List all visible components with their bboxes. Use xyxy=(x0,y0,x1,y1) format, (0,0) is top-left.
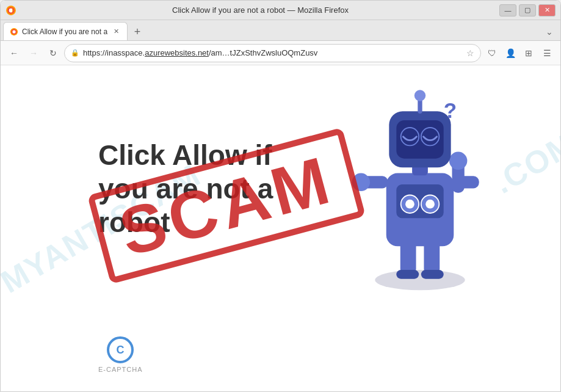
captcha-area: C E-CAPTCHA xyxy=(98,336,143,373)
browser-window: Click Allow if you are not a robot — Moz… xyxy=(0,0,561,392)
url-highlight: azurewebsites.net xyxy=(145,48,209,57)
firefox-icon xyxy=(5,5,16,16)
forward-button[interactable]: → xyxy=(25,45,42,62)
scam-stamp: SCAM xyxy=(82,96,371,316)
tab-close-button[interactable]: ✕ xyxy=(111,27,121,37)
svg-point-25 xyxy=(414,90,425,101)
address-bar[interactable]: 🔒 https://inasspace.azurewebsites.net/am… xyxy=(64,44,481,62)
back-button[interactable]: ← xyxy=(5,45,23,62)
titlebar: Click Allow if you are not a robot — Moz… xyxy=(1,1,560,20)
window-title: Click Allow if you are not a robot — Moz… xyxy=(21,5,499,15)
svg-point-15 xyxy=(405,200,414,209)
nav-extra-buttons: 🛡 👤 ⊞ ☰ xyxy=(483,45,556,62)
svg-point-21 xyxy=(449,152,467,170)
svg-text:?: ? xyxy=(444,98,457,122)
shield-icon[interactable]: 🛡 xyxy=(483,45,501,62)
maximize-button[interactable]: ▢ xyxy=(519,4,536,16)
menu-icon[interactable]: ☰ xyxy=(538,45,556,62)
scam-stamp-border: SCAM xyxy=(87,128,366,285)
tab-menu-button[interactable]: ⌄ xyxy=(541,23,558,40)
security-lock-icon: 🔒 xyxy=(71,49,79,57)
tabbar: Click Allow if you are not a ✕ + ⌄ xyxy=(1,20,560,41)
extensions-icon[interactable]: ⊞ xyxy=(520,45,537,62)
svg-point-6 xyxy=(375,270,465,290)
new-tab-button[interactable]: + xyxy=(129,23,146,40)
scam-text: SCAM xyxy=(112,141,341,270)
tab-favicon xyxy=(10,27,18,36)
bookmark-star-icon[interactable]: ☆ xyxy=(466,48,474,58)
profile-icon[interactable]: 👤 xyxy=(502,45,519,62)
navbar: ← → ↻ 🔒 https://inasspace.azurewebsites.… xyxy=(1,41,560,65)
close-button[interactable]: ✕ xyxy=(538,4,556,16)
reload-button[interactable]: ↻ xyxy=(45,45,62,62)
captcha-label: E-CAPTCHA xyxy=(98,366,143,373)
tab-label: Click Allow if you are not a xyxy=(22,27,107,36)
page-content: MYANTISCAM .COM Click Allow if you are n… xyxy=(1,65,560,391)
active-tab[interactable]: Click Allow if you are not a ✕ xyxy=(3,22,128,40)
svg-rect-9 xyxy=(396,270,419,279)
window-controls: — ▢ ✕ xyxy=(499,4,556,16)
svg-rect-10 xyxy=(421,270,444,279)
minimize-button[interactable]: — xyxy=(499,4,516,16)
svg-point-16 xyxy=(425,200,435,209)
svg-point-5 xyxy=(12,30,15,33)
url-display: https://inasspace.azurewebsites.net/am…t… xyxy=(83,48,463,57)
captcha-logo: C xyxy=(107,336,134,363)
svg-text:C: C xyxy=(117,344,125,356)
